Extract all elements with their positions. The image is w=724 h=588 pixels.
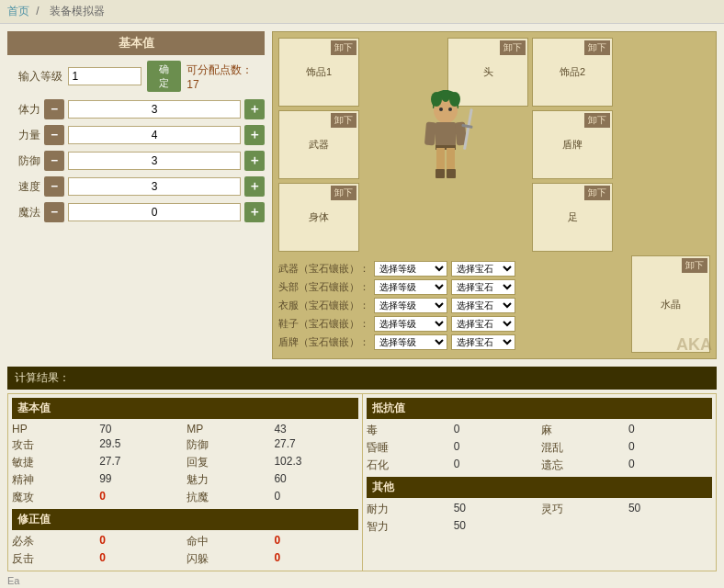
- stat-minus-4[interactable]: －: [44, 202, 64, 222]
- svg-point-15: [431, 92, 442, 107]
- footer-label: Ea: [7, 575, 19, 586]
- modifier-title: 修正值: [12, 509, 358, 530]
- resist-stats-value-4: 0: [454, 458, 537, 473]
- stat-row-4: 魔法 － ＋: [7, 202, 265, 222]
- unequip-feet-button[interactable]: 卸下: [584, 186, 610, 200]
- gem-select-0[interactable]: 选择宝石: [451, 261, 515, 277]
- unequip-water-button[interactable]: 卸下: [682, 258, 707, 273]
- dropdown-label-3: 鞋子（宝石镶嵌）：: [278, 317, 370, 331]
- equip-slot-jewelry1: 卸下 饰品1: [278, 38, 359, 107]
- resist-stats-name-4: 石化: [367, 458, 450, 473]
- other-title: 其他: [367, 477, 713, 498]
- resist-stats-value-1: 0: [628, 423, 712, 438]
- modifier-stats-value-1: 0: [274, 534, 357, 549]
- svg-rect-8: [447, 148, 455, 171]
- dropdown-label-2: 衣服（宝石镶嵌）：: [278, 299, 370, 312]
- gem-select-2[interactable]: 选择宝石: [451, 298, 515, 313]
- stat-plus-3[interactable]: ＋: [244, 176, 265, 197]
- svg-rect-7: [436, 148, 445, 171]
- dropdown-row-4: 盾牌（宝石镶嵌）： 选择等级 选择宝石: [278, 334, 628, 350]
- svg-point-16: [449, 92, 460, 107]
- svg-point-4: [448, 107, 452, 111]
- stat-plus-4[interactable]: ＋: [244, 202, 265, 222]
- level-select-2[interactable]: 选择等级: [374, 298, 447, 313]
- equip-slot-weapon: 卸下 武器: [278, 110, 359, 179]
- resist-stats-value-5: 0: [628, 458, 712, 473]
- basic-stats-name-1: MP: [187, 423, 270, 435]
- watermark: AKA: [676, 335, 712, 355]
- stat-value-3[interactable]: [68, 177, 241, 196]
- equip-slot-jewelry2: 卸下 饰品2: [532, 38, 613, 107]
- gem-select-1[interactable]: 选择宝石: [451, 279, 515, 295]
- resist-stats-name-5: 遗忘: [541, 458, 625, 473]
- points-label: 可分配点数：17: [187, 62, 265, 91]
- stat-plus-0[interactable]: ＋: [244, 99, 265, 119]
- resist-stats-name-2: 昏睡: [367, 440, 450, 456]
- svg-rect-9: [436, 169, 445, 178]
- level-select-1[interactable]: 选择等级: [374, 279, 447, 295]
- stat-row-1: 力量 － ＋: [7, 125, 265, 145]
- left-panel: 基本值 输入等级 确定 可分配点数：17 体力 － ＋ 力量 － ＋ 防御 － …: [7, 31, 265, 359]
- level-select-3[interactable]: 选择等级: [374, 316, 447, 332]
- basic-stats-name-3: 防御: [187, 437, 270, 453]
- stat-value-0[interactable]: [68, 100, 241, 119]
- resist-stats-name-1: 麻: [541, 423, 625, 438]
- resist-stats-value-3: 0: [628, 440, 712, 456]
- modifier-stats-value-2: 0: [99, 551, 183, 567]
- breadcrumb-separator: /: [36, 5, 39, 17]
- level-select-4[interactable]: 选择等级: [374, 334, 447, 350]
- slot-label-jewelry1: 饰品1: [302, 62, 335, 83]
- footer: Ea: [0, 571, 724, 588]
- results-header: 计算结果：: [7, 367, 717, 390]
- stat-row-0: 体力 － ＋: [7, 99, 265, 119]
- stats-container: 体力 － ＋ 力量 － ＋ 防御 － ＋ 速度 － ＋ 魔法 － ＋: [7, 99, 265, 222]
- unequip-shield-button[interactable]: 卸下: [584, 113, 610, 128]
- modifier-stats-grid: 必杀0命中0反击0闪躲0: [12, 534, 358, 567]
- unequip-body-button[interactable]: 卸下: [331, 186, 356, 200]
- breadcrumb-current: 装备模拟器: [50, 5, 105, 17]
- basic-stats-name-6: 精神: [12, 472, 96, 488]
- home-link[interactable]: 首页: [7, 5, 29, 17]
- stat-row-2: 防御 － ＋: [7, 151, 265, 171]
- basic-stats-value-8: 0: [99, 490, 183, 505]
- stat-plus-1[interactable]: ＋: [244, 125, 265, 145]
- level-select-0[interactable]: 选择等级: [374, 261, 447, 277]
- gem-select-3[interactable]: 选择宝石: [451, 316, 515, 332]
- stat-value-1[interactable]: [68, 126, 241, 144]
- unequip-head-button[interactable]: 卸下: [500, 40, 526, 55]
- other-stats-grid: 耐力50灵巧50智力50: [367, 502, 713, 535]
- modifier-stats-name-2: 反击: [12, 551, 96, 567]
- stat-name-2: 防御: [7, 153, 40, 169]
- stat-name-3: 速度: [7, 179, 40, 195]
- stat-value-2[interactable]: [68, 152, 241, 170]
- stat-minus-2[interactable]: －: [44, 151, 64, 171]
- char-container: [409, 90, 482, 200]
- breadcrumb: 首页 / 装备模拟器: [0, 0, 724, 24]
- basic-stats-grid: HP70MP43攻击29.5防御27.7敏捷27.7回复102.3精神99魅力6…: [12, 423, 358, 505]
- stat-name-0: 体力: [7, 102, 40, 118]
- level-input[interactable]: [68, 67, 141, 85]
- stat-value-4[interactable]: [68, 203, 241, 221]
- svg-rect-11: [424, 121, 436, 145]
- resist-stats-value-0: 0: [454, 423, 537, 438]
- basic-stats-name-2: 攻击: [12, 437, 96, 453]
- confirm-button[interactable]: 确定: [147, 61, 182, 92]
- dropdown-water-row: 武器（宝石镶嵌）： 选择等级 选择宝石 头部（宝石镶嵌）： 选择等级 选择宝石 …: [278, 255, 710, 353]
- unequip-jewelry1-button[interactable]: 卸下: [331, 40, 356, 55]
- stat-minus-0[interactable]: －: [44, 99, 64, 119]
- stat-minus-1[interactable]: －: [44, 125, 64, 145]
- modifier-stats-name-0: 必杀: [12, 534, 96, 549]
- unequip-weapon-button[interactable]: 卸下: [331, 113, 356, 128]
- other-stats-value-0: 50: [454, 502, 537, 517]
- other-stats-value-1: 50: [628, 502, 712, 517]
- basic-stats-name-4: 敏捷: [12, 455, 96, 470]
- stat-plus-2[interactable]: ＋: [244, 151, 265, 171]
- other-stats-value-2: 50: [454, 519, 537, 535]
- gem-select-4[interactable]: 选择宝石: [451, 334, 515, 350]
- unequip-jewelry2-button[interactable]: 卸下: [584, 40, 610, 55]
- level-label: 输入等级: [7, 69, 62, 85]
- svg-point-3: [439, 107, 443, 111]
- stat-minus-3[interactable]: －: [44, 176, 64, 197]
- slot-label-head: 头: [480, 62, 497, 83]
- stat-name-1: 力量: [7, 128, 40, 143]
